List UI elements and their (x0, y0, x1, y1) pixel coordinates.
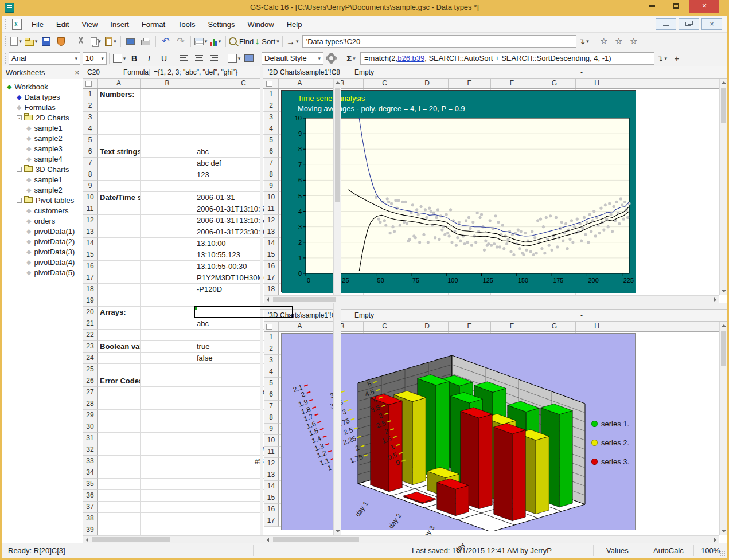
child-restore-button[interactable] (679, 18, 699, 30)
formula-return-button[interactable]: ↴▾ (655, 52, 669, 65)
table-view-button[interactable]: ▾ (194, 34, 208, 48)
cell-B12[interactable] (141, 215, 194, 226)
open-file-button[interactable]: ▾ (24, 34, 38, 48)
cell-B38[interactable] (141, 513, 194, 524)
row-header-15[interactable]: 15 (264, 492, 279, 504)
column-header-C[interactable]: C (364, 322, 406, 331)
status-autocalc[interactable]: AutoCalc (653, 546, 684, 555)
row-header-10[interactable]: 10 (83, 192, 98, 203)
toolbar-grip[interactable] (4, 36, 7, 47)
child-close-button[interactable]: × (701, 18, 722, 30)
cell-A19[interactable] (98, 295, 141, 307)
row-header-3[interactable]: 3 (264, 112, 279, 123)
row-header-26[interactable]: 26 (83, 375, 98, 387)
menu-settings[interactable]: Settings (201, 18, 241, 31)
row-header-20[interactable]: 20 (83, 307, 98, 318)
row-header-33[interactable]: 33 (83, 456, 98, 467)
cell-B34[interactable] (141, 467, 194, 479)
cell-B13[interactable] (141, 226, 194, 238)
row-header-14[interactable]: 14 (264, 238, 279, 249)
cell-A39[interactable] (98, 524, 141, 536)
row-header-6[interactable]: 6 (264, 146, 279, 158)
row-header-14[interactable]: 14 (83, 238, 98, 249)
row-header-25[interactable]: 25 (83, 364, 98, 375)
cell-B25[interactable] (141, 364, 194, 375)
menu-help[interactable]: Help (280, 18, 309, 31)
row-header-3[interactable]: 3 (83, 112, 98, 123)
tree-item-customers[interactable]: ◆customers (2, 205, 83, 216)
row-header-28[interactable]: 28 (83, 398, 98, 410)
row-header-2[interactable]: 2 (83, 100, 98, 112)
row-header-19[interactable]: 19 (83, 295, 98, 307)
align-left-button[interactable] (177, 52, 191, 65)
cell-A21[interactable] (98, 318, 141, 330)
row-header-6[interactable]: 6 (264, 389, 279, 401)
cell-A4[interactable] (98, 123, 141, 135)
cell-A13[interactable] (98, 226, 141, 238)
favorite-button-3[interactable]: ☆ (627, 34, 641, 48)
cell-A7[interactable] (98, 158, 141, 169)
tree-item-sample1[interactable]: ◆sample1 (2, 123, 83, 133)
row-header-9[interactable]: 9 (83, 181, 98, 192)
cell-A30[interactable] (98, 421, 141, 433)
cell-B20[interactable] (141, 307, 194, 318)
row-header-13[interactable]: 13 (264, 469, 279, 481)
cell-B32[interactable] (141, 444, 194, 456)
select-all-corner[interactable] (264, 322, 279, 331)
row-header-10[interactable]: 10 (264, 435, 279, 447)
column-header-A[interactable]: A (279, 79, 321, 88)
cell-A2[interactable] (98, 100, 141, 112)
cell-A17[interactable] (98, 272, 141, 284)
column-header-H[interactable]: H (576, 79, 618, 88)
cell-A15[interactable] (98, 249, 141, 261)
status-values-mode[interactable]: Values (606, 546, 629, 555)
cell-B18[interactable] (141, 284, 194, 295)
column-header-E[interactable]: E (449, 322, 491, 331)
align-right-button[interactable] (207, 52, 221, 65)
cell-B2[interactable] (141, 100, 194, 112)
underline-button[interactable]: U (157, 52, 171, 65)
row-header-12[interactable]: 12 (83, 215, 98, 226)
menu-tools[interactable]: Tools (171, 18, 201, 31)
cell-A28[interactable] (98, 398, 141, 410)
cell-B19[interactable] (141, 295, 194, 307)
formula-range-link[interactable]: b26:b39 (397, 54, 424, 62)
row-header-32[interactable]: 32 (83, 444, 98, 456)
status-zoom[interactable]: 100% (701, 546, 720, 555)
menu-edit[interactable]: Edit (50, 18, 75, 31)
save-button[interactable] (39, 34, 53, 48)
cell-B29[interactable] (141, 410, 194, 421)
tree-item-pivotdata-3-[interactable]: ◆pivotData(3) (2, 246, 83, 257)
row-header-11[interactable]: 11 (83, 203, 98, 215)
cell-B14[interactable] (141, 238, 194, 249)
v-scrollbar[interactable] (719, 79, 727, 295)
cell-style-select[interactable]: Default Style▾ (262, 52, 323, 65)
tree-item-orders[interactable]: ◆orders (2, 216, 83, 226)
tree-item-sample3[interactable]: ◆sample3 (2, 143, 83, 154)
v-scrollbar[interactable] (333, 79, 341, 535)
cell-B17[interactable] (141, 272, 194, 284)
row-header-4[interactable]: 4 (264, 123, 279, 135)
sort-button[interactable]: ↓Sort▾ (255, 34, 279, 48)
row-header-13[interactable]: 13 (83, 226, 98, 238)
row-header-5[interactable]: 5 (83, 135, 98, 146)
resize-grip[interactable] (719, 550, 725, 556)
cell-B10[interactable] (141, 192, 194, 203)
child-minimize-button[interactable] (656, 18, 676, 30)
column-header-C[interactable]: C (364, 79, 406, 88)
cell-B16[interactable] (141, 261, 194, 272)
row-header-10[interactable]: 10 (264, 192, 279, 203)
cell-B36[interactable] (141, 490, 194, 502)
row-header-1[interactable]: 1 (264, 89, 279, 100)
column-header-F[interactable]: F (491, 79, 533, 88)
cell-B23[interactable] (141, 341, 194, 353)
row-header-22[interactable]: 22 (83, 330, 98, 341)
panel-splitter-horizontal[interactable] (260, 303, 727, 310)
copy-button[interactable]: ▾ (89, 34, 103, 48)
tree-item-data-types[interactable]: ◆Data types (2, 92, 83, 102)
cell-A34[interactable] (98, 467, 141, 479)
cell-A33[interactable] (98, 456, 141, 467)
column-header-D[interactable]: D (406, 322, 449, 331)
row-header-3[interactable]: 3 (264, 355, 279, 366)
cell-A5[interactable] (98, 135, 141, 146)
